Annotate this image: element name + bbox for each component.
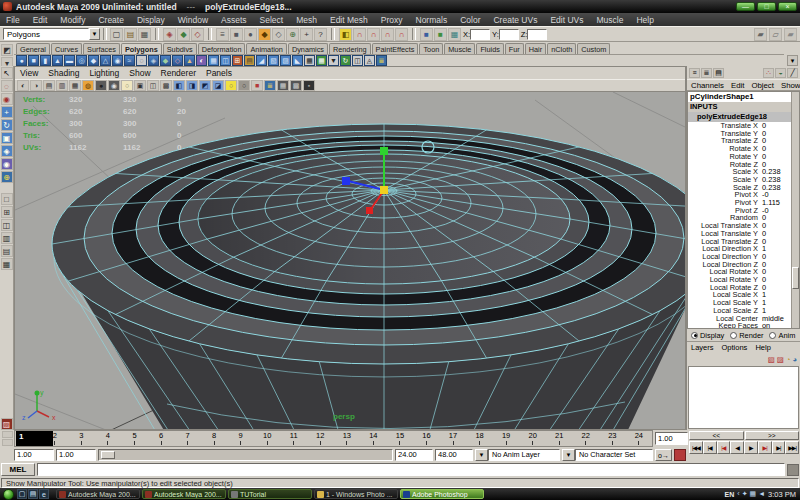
attribute-value[interactable]: 0 — [762, 230, 791, 238]
step-forward-key-button[interactable]: ▶| — [758, 441, 772, 454]
color-channel-icon[interactable]: ∴ — [763, 68, 774, 78]
frame-tick[interactable]: 24 — [626, 431, 653, 446]
snap-curve-icon[interactable]: ● — [244, 28, 257, 41]
frame-tick[interactable]: 14 — [360, 431, 387, 446]
light-bulb-icon[interactable]: ○ — [225, 80, 237, 91]
menu-item[interactable]: Help — [636, 15, 653, 25]
poly-torus-icon[interactable]: ◎ — [76, 55, 87, 66]
prev-range-button[interactable]: << — [689, 431, 744, 440]
poly-sphere-icon[interactable]: ● — [16, 55, 27, 66]
character-set-dropdown-arrow-icon[interactable]: ▼ — [562, 449, 575, 461]
shelf-tab[interactable]: Dynamics — [288, 43, 328, 54]
poly-cone-icon[interactable]: ▲ — [52, 55, 63, 66]
poly-prism-icon[interactable]: ◆ — [88, 55, 99, 66]
boolean-icon[interactable]: ◐ — [196, 55, 207, 66]
panel-menu-item[interactable]: Show — [129, 68, 150, 78]
shelf-tab[interactable]: PaintEffects — [372, 43, 419, 54]
sculpt-icon[interactable]: ◢ — [256, 55, 267, 66]
menu-item[interactable]: Assets — [221, 15, 247, 25]
animation-start-field[interactable] — [14, 449, 54, 461]
next-range-button[interactable]: >> — [745, 431, 800, 440]
playback-start-field[interactable] — [56, 449, 96, 461]
layers-menu-item[interactable]: Help — [755, 343, 770, 352]
shelf-tab[interactable]: Subdivs — [163, 43, 197, 54]
attribute-value[interactable]: 0 — [762, 214, 791, 222]
hide-ui-elements-icon[interactable]: ▱ — [769, 28, 782, 41]
taskbar-task-button[interactable]: Adobe Photoshop — [400, 489, 484, 499]
select-component-icon[interactable]: ◇ — [191, 28, 204, 41]
layers-menu-item[interactable]: Layers — [691, 343, 714, 352]
lock-camera-icon[interactable]: ◑ — [30, 80, 42, 91]
channel-display-icon[interactable]: ◒ — [775, 68, 786, 78]
magnet-curve-icon[interactable]: ∩ — [367, 28, 380, 41]
command-line-input[interactable] — [37, 463, 785, 476]
poly-pipe-icon[interactable]: ◉ — [112, 55, 123, 66]
viewport-canvas[interactable]: Verts: 320 320 0 Edges: 620 620 20 Faces… — [15, 92, 685, 429]
shelf-tab[interactable]: Fluids — [476, 43, 503, 54]
menu-item[interactable]: Normals — [416, 15, 448, 25]
create-layer-assign-icon[interactable]: ▨ — [777, 355, 784, 364]
attribute-value[interactable]: 0 — [762, 238, 791, 246]
poly-cylinder-icon[interactable]: ▮ — [40, 55, 51, 66]
panel-menu-item[interactable]: Renderer — [161, 68, 196, 78]
shadows-icon[interactable]: ○ — [238, 80, 250, 91]
lasso-tool-icon[interactable]: ◌ — [1, 80, 13, 92]
current-time-input[interactable] — [655, 432, 688, 445]
shelf-tab[interactable]: Polygons — [121, 43, 162, 54]
scale-tool-icon[interactable]: ▣ — [1, 132, 13, 144]
panel-menu-item[interactable]: Panels — [206, 68, 232, 78]
poly-pyramid-icon[interactable]: △ — [100, 55, 111, 66]
shelf-tab[interactable]: Fur — [505, 43, 524, 54]
red-cube-icon[interactable]: ■ — [251, 80, 263, 91]
resolution-gate-icon[interactable]: ▣ — [134, 80, 146, 91]
frame-tick[interactable]: 6 — [148, 431, 175, 446]
step-forward-frame-button[interactable]: ▶| — [772, 441, 786, 454]
textured-mode-icon[interactable]: ◉ — [108, 80, 120, 91]
step-back-key-button[interactable]: |◀ — [717, 441, 731, 454]
tray-user-icon[interactable]: ✦ — [742, 490, 748, 498]
mirror-icon[interactable]: ◫ — [220, 55, 231, 66]
frame-tick[interactable]: 19 — [493, 431, 520, 446]
render-settings-icon[interactable]: ▦ — [448, 28, 461, 41]
isolate-select-icon[interactable]: ◧ — [173, 80, 185, 91]
snap-point-icon[interactable]: ◆ — [258, 28, 271, 41]
layout-persp-outliner-icon[interactable]: ▥ — [1, 232, 13, 244]
frame-tick[interactable]: 22 — [572, 431, 599, 446]
paint-effects-icon[interactable]: ▨ — [1, 418, 13, 430]
selection-mode-dropdown-arrow-icon[interactable]: ▼ — [89, 28, 100, 40]
open-scene-icon[interactable]: ▤ — [124, 28, 137, 41]
step-back-frame-button[interactable]: |◀ — [703, 441, 717, 454]
separate-icon[interactable]: ◇ — [172, 55, 183, 66]
append-icon[interactable]: ▨ — [280, 55, 291, 66]
play-backwards-button[interactable]: ◀ — [730, 441, 744, 454]
shape-node-name[interactable]: pCylinderShape1 — [688, 92, 791, 102]
range-slider-track[interactable] — [98, 449, 393, 461]
extrude-icon[interactable]: ⊞ — [232, 55, 243, 66]
chamfer-icon[interactable]: ▦ — [304, 55, 315, 66]
render-view-icon[interactable]: ■ — [420, 28, 433, 41]
frame-tick[interactable]: 20 — [519, 431, 546, 446]
time-slider-toggle-icon[interactable] — [2, 431, 13, 438]
taskbar-task-button[interactable]: 1 - Windows Photo ... — [314, 489, 398, 499]
image-plane-icon[interactable]: ▦ — [69, 80, 81, 91]
grid-toggle-icon[interactable]: ▦ — [277, 80, 289, 91]
attribute-value[interactable]: 1 — [762, 291, 791, 299]
soft-modification-icon[interactable]: ◉ — [1, 158, 13, 170]
coordinate-input[interactable] — [527, 29, 547, 40]
tray-network-icon[interactable]: ▦ — [750, 490, 757, 498]
tray-volume-icon[interactable]: ◄ — [758, 490, 765, 498]
shelf-tab-menu-icon[interactable]: ◩ — [1, 44, 13, 56]
menu-item[interactable]: Display — [137, 15, 165, 25]
channel-list-icon[interactable]: ≡ — [689, 68, 700, 78]
shelf-tab[interactable]: Deformation — [198, 43, 246, 54]
channel-box-scrollbar[interactable] — [791, 92, 799, 328]
tray-collapse-icon[interactable]: ‹ — [737, 490, 739, 498]
shelf-tab[interactable]: Animation — [246, 43, 286, 54]
restore-ui-icon[interactable]: ▰ — [784, 28, 797, 41]
frame-tick[interactable]: 11 — [280, 431, 307, 446]
select-tool-icon[interactable]: ↖ — [1, 67, 13, 79]
snap-plane-icon[interactable]: ◇ — [272, 28, 285, 41]
browser-icon[interactable]: e — [39, 489, 49, 499]
magnet-grid-icon[interactable]: ∩ — [353, 28, 366, 41]
layout-four-view-icon[interactable]: ⊞ — [1, 206, 13, 218]
